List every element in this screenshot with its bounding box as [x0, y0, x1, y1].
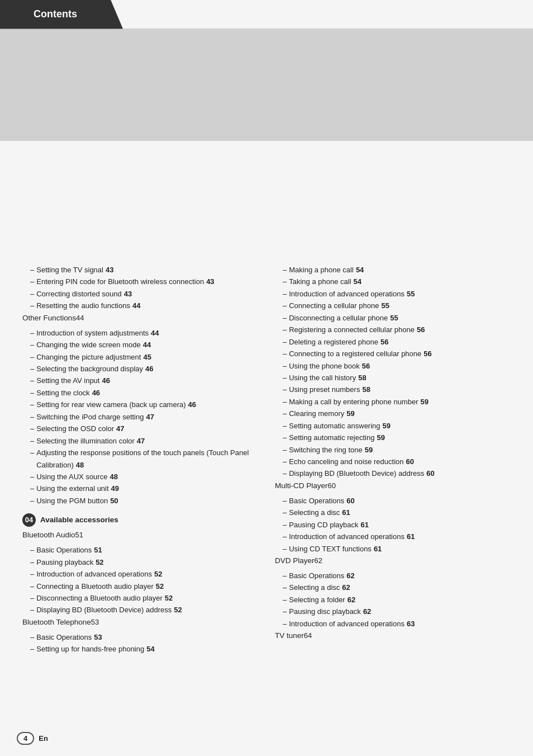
item-text: Echo canceling and noise reduction60 [289, 456, 414, 467]
item-page: 63 [407, 620, 415, 628]
item-page: 59 [365, 446, 373, 454]
item-text: Selecting the background display46 [36, 363, 153, 375]
item-page: 61 [407, 532, 415, 541]
dash: – [283, 408, 287, 419]
dash: – [30, 411, 34, 423]
toc-item: –Switching the iPod charge setting47 [22, 411, 258, 423]
item-text: Setting for rear view camera (back up ca… [36, 399, 196, 410]
item-page: 55 [381, 301, 389, 310]
item-text: Using the call history58 [289, 372, 366, 384]
item-text: Basic Operations60 [289, 495, 354, 507]
toc-item: –Using the external unit49 [22, 483, 258, 494]
item-text: Setting automatic rejecting59 [289, 432, 385, 443]
dash: – [283, 312, 287, 324]
dash: – [30, 327, 34, 339]
page: Contents –Setting the TV signal43–Enteri… [0, 0, 533, 756]
item-page: 43 [124, 290, 132, 298]
dash: – [283, 570, 287, 582]
toc-item: –Using CD TEXT functions61 [275, 543, 511, 555]
item-page: 52 [154, 570, 162, 578]
item-text: Setting up for hands-free phoning54 [36, 643, 154, 655]
item-text: Making a phone call54 [289, 264, 364, 276]
item-text: Resetting the audio functions44 [36, 300, 140, 311]
item-page: 62 [342, 583, 350, 592]
item-page: 56 [362, 362, 370, 370]
section-label: Multi-CD Player [275, 481, 328, 490]
title-text: Contents [34, 8, 77, 20]
dash: – [283, 372, 287, 384]
section-04-header: 04Available accessories [22, 513, 258, 527]
dash: – [283, 606, 287, 617]
toc-item: –Basic Operations53 [22, 631, 258, 643]
item-page: 43 [106, 266, 113, 274]
toc-item: –Using the AUX source48 [22, 471, 258, 483]
toc-item: –Displaying BD (Bluetooth Device) addres… [22, 604, 258, 616]
toc-item: –Selecting a disc62 [275, 582, 511, 593]
dash: – [283, 444, 287, 456]
item-text: Setting automatic answering59 [289, 420, 391, 432]
item-page: 61 [361, 521, 369, 529]
toc-item: –Selecting a disc61 [275, 507, 511, 518]
item-page: 47 [146, 413, 154, 421]
dash: – [30, 495, 34, 507]
toc-item: –Setting up for hands-free phoning54 [22, 643, 258, 655]
toc-item: –Using the call history58 [275, 372, 511, 384]
dash: – [283, 360, 287, 372]
item-page: 49 [111, 484, 119, 493]
item-page: 46 [92, 389, 100, 397]
dash: – [283, 384, 287, 395]
item-page: 52 [96, 558, 103, 566]
toc-item: –Connecting a Bluetooth audio player52 [22, 580, 258, 592]
dash: – [30, 423, 34, 434]
toc-item: –Taking a phone call54 [275, 276, 511, 287]
section-page: 51 [75, 531, 83, 539]
item-page: 59 [377, 433, 384, 442]
dash: – [283, 594, 287, 606]
dash: – [30, 556, 34, 568]
item-page: 60 [346, 497, 354, 505]
toc-item: –Disconnecting a cellular phone55 [275, 312, 511, 324]
language-label: En [39, 734, 48, 743]
item-text: Making a call by entering phone number59 [289, 396, 429, 408]
item-page: 54 [354, 277, 361, 286]
item-page: 52 [165, 594, 173, 602]
dash: – [30, 643, 34, 655]
toc-item: –Setting for rear view camera (back up c… [22, 399, 258, 410]
section-04-badge: 04 [22, 513, 36, 527]
item-page: 51 [94, 546, 102, 554]
item-text: Basic Operations53 [36, 631, 102, 643]
item-text: Setting the TV signal43 [36, 264, 113, 276]
toc-item: –Selecting the illumination color47 [22, 435, 258, 447]
item-text: Using the AUX source48 [36, 471, 118, 483]
dash: – [283, 467, 287, 479]
item-text: Adjusting the response positions of the … [36, 447, 258, 471]
section-page: 53 [91, 618, 99, 626]
item-text: Selecting a folder62 [289, 594, 355, 606]
dash: – [283, 432, 287, 443]
item-text: Setting the clock46 [36, 387, 100, 399]
toc-item: –Setting the AV input46 [22, 375, 258, 386]
toc-section: Multi-CD Player60 [275, 480, 511, 493]
item-text: Using CD TEXT functions61 [289, 543, 382, 555]
item-text: Introduction of advanced operations61 [289, 531, 415, 542]
toc-item: –Displaying BD (Bluetooth Device) addres… [275, 467, 511, 479]
dash: – [283, 300, 287, 311]
section-page: 60 [328, 481, 336, 490]
toc-section: TV tuner64 [275, 630, 511, 642]
toc-section: Bluetooth Telephone53 [22, 616, 258, 629]
toc-item: –Changing the wide screen mode44 [22, 339, 258, 351]
item-page: 54 [146, 645, 154, 653]
item-text: Selecting the OSD color47 [36, 423, 124, 434]
item-text: Connecting a Bluetooth audio player52 [36, 580, 164, 592]
item-text: Disconnecting a cellular phone55 [289, 312, 398, 324]
item-page: 61 [342, 508, 350, 517]
toc-item: –Selecting the OSD color47 [22, 423, 258, 434]
item-text: Changing the picture adjustment45 [36, 351, 151, 363]
toc-item: –Introduction of advanced operations63 [275, 618, 511, 630]
toc-section: DVD Player62 [275, 555, 511, 568]
toc-item: –Using preset numbers58 [275, 384, 511, 395]
item-page: 59 [346, 409, 354, 418]
section-page: 64 [304, 631, 312, 640]
dash: – [30, 288, 34, 300]
dash: – [283, 456, 287, 467]
